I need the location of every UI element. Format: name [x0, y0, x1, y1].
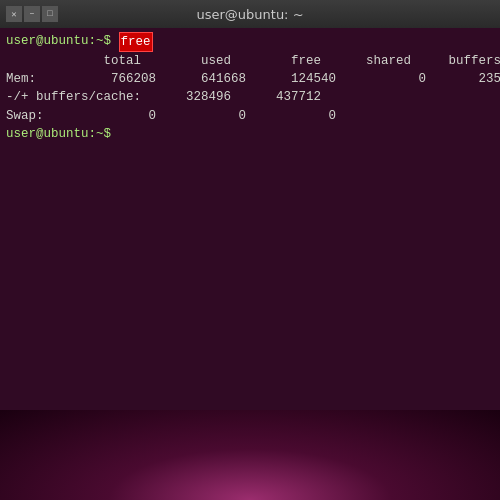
- window-title: user@ubuntu: ~: [196, 7, 303, 22]
- column-headers: total used free shared buffers cached: [6, 52, 494, 70]
- minimize-button[interactable]: –: [24, 6, 40, 22]
- command-highlight: free: [119, 32, 153, 52]
- terminal-body[interactable]: user@ubuntu:~$ free total used free shar…: [0, 28, 500, 410]
- prompt-1: user@ubuntu:~$: [6, 32, 119, 52]
- mem-row: Mem: 766208 641668 124540 0 23528 289644: [6, 70, 494, 88]
- swap-row: Swap: 0 0 0: [6, 107, 494, 125]
- prompt-2: user@ubuntu:~$: [6, 125, 119, 143]
- terminal-window: ✕ – □ user@ubuntu: ~ user@ubuntu:~$ free…: [0, 0, 500, 500]
- bottom-bar: [0, 410, 500, 500]
- close-button[interactable]: ✕: [6, 6, 22, 22]
- command-line: user@ubuntu:~$ free: [6, 32, 494, 52]
- buffers-cache-row: -/+ buffers/cache: 328496 437712: [6, 88, 494, 106]
- prompt-line-2: user@ubuntu:~$: [6, 125, 494, 143]
- title-bar: ✕ – □ user@ubuntu: ~: [0, 0, 500, 28]
- maximize-button[interactable]: □: [42, 6, 58, 22]
- title-bar-buttons: ✕ – □: [6, 6, 58, 22]
